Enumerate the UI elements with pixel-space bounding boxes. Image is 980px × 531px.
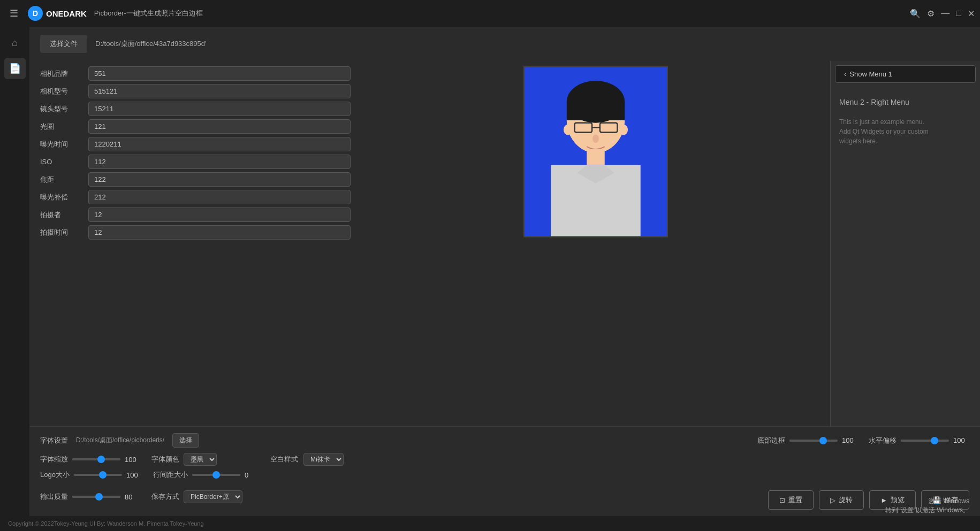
photo-svg bbox=[525, 67, 667, 236]
save-method-label: 保存方式 bbox=[151, 492, 179, 502]
maximize-button[interactable]: □ bbox=[956, 9, 961, 18]
line-spacing-label: 行间距大小 bbox=[153, 470, 188, 480]
controls-row3: 输出质量 80 保存方式 PicBorder+原 仅PicBorder bbox=[40, 484, 969, 510]
output-quality-slider[interactable] bbox=[72, 496, 120, 498]
menu-button[interactable]: ☰ bbox=[5, 5, 22, 22]
main-layout: ⌂ 📄 选择文件 D:/tools/桌面/office/43a7d933c895… bbox=[0, 27, 980, 516]
exif-input-3[interactable] bbox=[88, 119, 351, 134]
main-content: 相机品牌 相机型号 镜头型号 光圈 曝光时间 ISO 焦距 曝光 bbox=[29, 61, 980, 426]
exif-label-2: 镜头型号 bbox=[40, 104, 83, 114]
font-scale-slider[interactable] bbox=[72, 458, 120, 460]
exif-label-5: ISO bbox=[40, 158, 83, 166]
exif-label-9: 拍摄时间 bbox=[40, 228, 83, 237]
svg-point-7 bbox=[564, 125, 572, 135]
settings-icon[interactable]: ⚙ bbox=[927, 9, 935, 19]
sidebar-item-home[interactable]: ⌂ bbox=[4, 32, 26, 53]
exif-input-4[interactable] bbox=[88, 137, 351, 151]
bottom-border-value: 100 bbox=[842, 436, 858, 444]
output-quality-group: 输出质量 80 bbox=[40, 492, 141, 502]
output-quality-value: 80 bbox=[125, 493, 141, 501]
bottom-border-slider[interactable] bbox=[789, 440, 838, 442]
exif-label-6: 焦距 bbox=[40, 175, 83, 184]
line-spacing-group: 行间距大小 0 bbox=[153, 470, 261, 480]
file-path: D:/tools/桌面/office/43a7d933c895d' bbox=[95, 39, 207, 49]
sidebar-item-document[interactable]: 📄 bbox=[4, 58, 26, 79]
rotate-button[interactable]: ▷ 旋转 bbox=[819, 490, 864, 510]
exif-row: 镜头型号 bbox=[40, 102, 351, 116]
output-quality-label: 输出质量 bbox=[40, 492, 68, 502]
svg-point-9 bbox=[592, 134, 599, 143]
white-style-select[interactable]: Mi袜卡 标准 bbox=[303, 453, 344, 466]
logo-size-value: 100 bbox=[126, 471, 142, 479]
exif-row: 相机品牌 bbox=[40, 66, 351, 81]
controls-row2: Logo大小 100 行间距大小 0 bbox=[40, 470, 969, 480]
reset-icon: ⊡ bbox=[779, 496, 785, 504]
exif-label-8: 拍摄者 bbox=[40, 210, 83, 220]
exif-label-4: 曝光时间 bbox=[40, 140, 83, 149]
save-method-group: 保存方式 PicBorder+原 仅PicBorder bbox=[151, 490, 242, 503]
svg-point-8 bbox=[619, 125, 628, 135]
bottom-border-group: 底部边框 100 bbox=[757, 436, 858, 445]
minimize-button[interactable]: — bbox=[941, 9, 949, 18]
select-file-button[interactable]: 选择文件 bbox=[40, 35, 87, 53]
font-path-label: 字体设置 bbox=[40, 436, 68, 445]
exif-input-1[interactable] bbox=[88, 84, 351, 98]
exif-row: 曝光补偿 bbox=[40, 190, 351, 204]
exif-row: 曝光时间 bbox=[40, 137, 351, 151]
font-scale-group: 字体缩放 100 bbox=[40, 455, 141, 464]
exif-label-0: 相机品牌 bbox=[40, 69, 83, 79]
exif-input-7[interactable] bbox=[88, 190, 351, 204]
right-menu-desc: This is just an example menu.Add Qt Widg… bbox=[831, 112, 980, 151]
exif-input-0[interactable] bbox=[88, 66, 351, 81]
sidebar: ⌂ 📄 bbox=[0, 27, 29, 516]
font-color-select[interactable]: 墨黑 白色 灰色 bbox=[184, 453, 217, 466]
titlebar: ☰ D ONEDARK Picborder-一键式生成照片空白边框 🔍 ⚙ — … bbox=[0, 0, 980, 27]
exif-label-7: 曝光补偿 bbox=[40, 193, 83, 202]
h-offset-group: 水平偏移 100 bbox=[869, 436, 969, 445]
font-choose-button[interactable]: 选择 bbox=[172, 433, 199, 448]
exif-input-6[interactable] bbox=[88, 172, 351, 187]
exif-input-2[interactable] bbox=[88, 102, 351, 116]
right-panel: ‹ Show Menu 1 Menu 2 - Right Menu This i… bbox=[830, 61, 980, 426]
exif-row: 光圈 bbox=[40, 119, 351, 134]
logo-size-group: Logo大小 100 bbox=[40, 470, 142, 480]
font-path-value: D:/tools/桌面/office/picborderls/ bbox=[76, 436, 164, 445]
image-preview bbox=[523, 66, 668, 237]
footer: Copyright © 2022Tokey-Yeung UI By: Wande… bbox=[0, 516, 980, 531]
exif-row: 拍摄时间 bbox=[40, 225, 351, 240]
home-icon: ⌂ bbox=[12, 37, 18, 49]
svg-rect-3 bbox=[567, 102, 625, 120]
exif-input-9[interactable] bbox=[88, 225, 351, 240]
logo-size-label: Logo大小 bbox=[40, 470, 70, 480]
exif-label-3: 光圈 bbox=[40, 122, 83, 132]
exif-row: 相机型号 bbox=[40, 84, 351, 98]
exif-row: 拍摄者 bbox=[40, 207, 351, 222]
exif-row: ISO bbox=[40, 155, 351, 169]
font-scale-value: 100 bbox=[125, 456, 141, 464]
reset-button[interactable]: ⊡ 重置 bbox=[768, 490, 814, 510]
exif-label-1: 相机型号 bbox=[40, 87, 83, 96]
font-path-row: 字体设置 D:/tools/桌面/office/picborderls/ 选择 … bbox=[40, 433, 969, 448]
font-color-group: 字体颜色 墨黑 白色 灰色 bbox=[151, 453, 217, 466]
show-menu-button[interactable]: ‹ Show Menu 1 bbox=[835, 65, 976, 83]
font-scale-label: 字体缩放 bbox=[40, 455, 68, 464]
bottom-border-label: 底部边框 bbox=[757, 436, 785, 445]
content-area: 选择文件 D:/tools/桌面/office/43a7d933c895d' 相… bbox=[29, 27, 980, 516]
logo-text: ONEDARK bbox=[46, 9, 87, 18]
windows-activate: 激活 Windows 转到"设置"以激活 Windows。 bbox=[885, 497, 969, 515]
logo-icon: D bbox=[28, 6, 43, 21]
h-offset-slider[interactable] bbox=[901, 440, 949, 442]
rotate-icon: ▷ bbox=[830, 496, 835, 504]
close-button[interactable]: ✕ bbox=[968, 9, 975, 19]
search-icon[interactable]: 🔍 bbox=[910, 9, 921, 19]
exif-input-8[interactable] bbox=[88, 207, 351, 222]
exif-input-5[interactable] bbox=[88, 155, 351, 169]
svg-rect-10 bbox=[587, 149, 604, 165]
line-spacing-slider[interactable] bbox=[192, 474, 240, 476]
image-preview-panel bbox=[361, 61, 830, 426]
save-method-select[interactable]: PicBorder+原 仅PicBorder bbox=[184, 490, 242, 503]
logo-size-slider[interactable] bbox=[74, 474, 122, 476]
line-spacing-value: 0 bbox=[245, 471, 261, 479]
document-icon: 📄 bbox=[9, 63, 21, 74]
window-controls: 🔍 ⚙ — □ ✕ bbox=[910, 9, 975, 19]
